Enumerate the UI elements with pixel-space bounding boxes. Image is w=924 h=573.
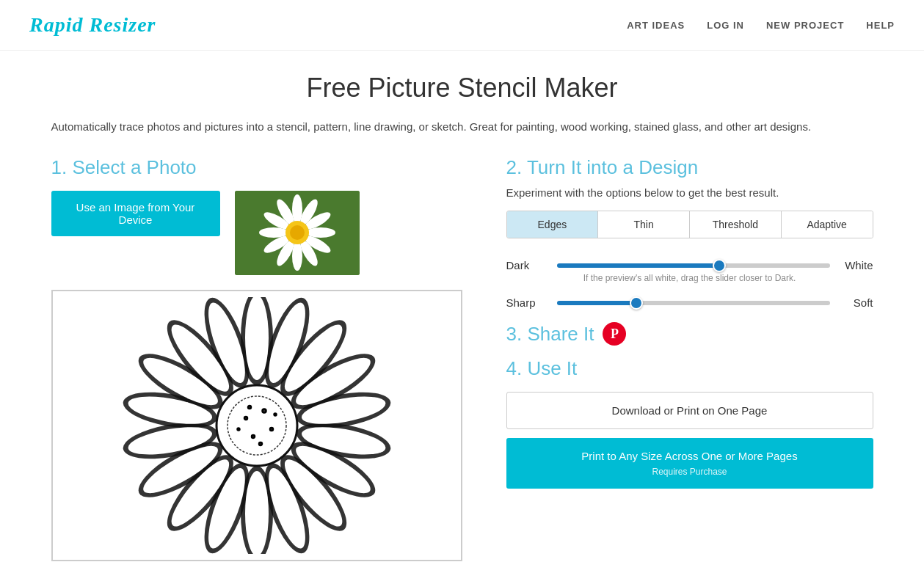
left-column: 1. Select a Photo Use an Image from Your… [51, 156, 477, 561]
print-btn-sub: Requires Purchase [518, 465, 862, 478]
nav-help[interactable]: HELP [866, 20, 895, 31]
nav-art-ideas[interactable]: ART IDEAS [627, 20, 685, 31]
svg-point-14 [290, 225, 305, 240]
tab-edges[interactable]: Edges [507, 211, 599, 238]
soft-label: Soft [840, 296, 873, 309]
white-label: White [840, 259, 873, 271]
print-btn-main: Print to Any Size Across One or More Pag… [581, 450, 797, 462]
page-title: Free Picture Stencil Maker [51, 73, 873, 103]
svg-point-55 [262, 409, 266, 413]
share-section: 3. Share It P [506, 322, 873, 346]
stencil-preview [51, 290, 462, 561]
pinterest-button[interactable]: P [603, 322, 626, 346]
download-button[interactable]: Download or Print on One Page [506, 392, 873, 429]
nav-new-project[interactable]: NEW PROJECT [766, 20, 844, 31]
share-title-text: 3. Share It [506, 323, 594, 346]
nav-links: ART IDEAS LOG IN NEW PROJECT HELP [627, 20, 895, 31]
svg-point-43 [245, 471, 269, 554]
svg-point-60 [248, 406, 251, 409]
dark-white-row: Dark White [506, 259, 873, 271]
svg-point-57 [252, 435, 255, 438]
svg-point-34 [245, 297, 269, 380]
design-title: 2. Turn It into a Design [506, 156, 873, 179]
right-column: 2. Turn It into a Design Experiment with… [506, 156, 873, 489]
svg-point-61 [274, 414, 276, 416]
use-title: 4. Use It [506, 357, 873, 380]
nav-log-in[interactable]: LOG IN [707, 20, 744, 31]
subtitle: Automatically trace photos and pictures … [51, 118, 873, 136]
select-photo-title: 1. Select a Photo [51, 156, 477, 179]
svg-point-54 [244, 417, 247, 420]
stencil-svg [66, 297, 448, 554]
sharp-label: Sharp [506, 296, 547, 309]
svg-point-52 [217, 385, 297, 466]
photo-thumbnail [235, 191, 360, 275]
tab-thin[interactable]: Thin [598, 211, 690, 238]
two-columns: 1. Select a Photo Use an Image from Your… [51, 156, 873, 561]
print-button[interactable]: Print to Any Size Across One or More Pag… [506, 438, 873, 489]
dark-label: Dark [506, 259, 547, 271]
logo[interactable]: Rapid Resizer [29, 13, 156, 37]
sharp-soft-group: Sharp Soft [506, 296, 873, 309]
sharp-soft-row: Sharp Soft [506, 296, 873, 309]
dark-white-group: Dark White If the preview's all white, d… [506, 259, 873, 283]
tab-threshold[interactable]: Threshold [690, 211, 782, 238]
main-content: Free Picture Stencil Maker Automatically… [22, 51, 903, 573]
design-tabs: Edges Thin Threshold Adaptive [506, 211, 873, 238]
navbar: Rapid Resizer ART IDEAS LOG IN NEW PROJE… [0, 0, 924, 51]
tab-adaptive[interactable]: Adaptive [782, 211, 873, 238]
experiment-text: Experiment with the options below to get… [506, 186, 873, 199]
svg-point-56 [270, 428, 273, 431]
upload-button[interactable]: Use an Image from Your Device [51, 191, 220, 236]
slider-hint: If the preview's all white, drag the sli… [506, 273, 873, 283]
svg-point-58 [237, 428, 239, 431]
photo-area: Use an Image from Your Device [51, 191, 477, 275]
svg-point-59 [259, 442, 262, 445]
sharp-soft-slider[interactable] [557, 301, 830, 305]
thumbnail-svg [235, 191, 360, 275]
dark-white-slider[interactable] [557, 263, 830, 268]
